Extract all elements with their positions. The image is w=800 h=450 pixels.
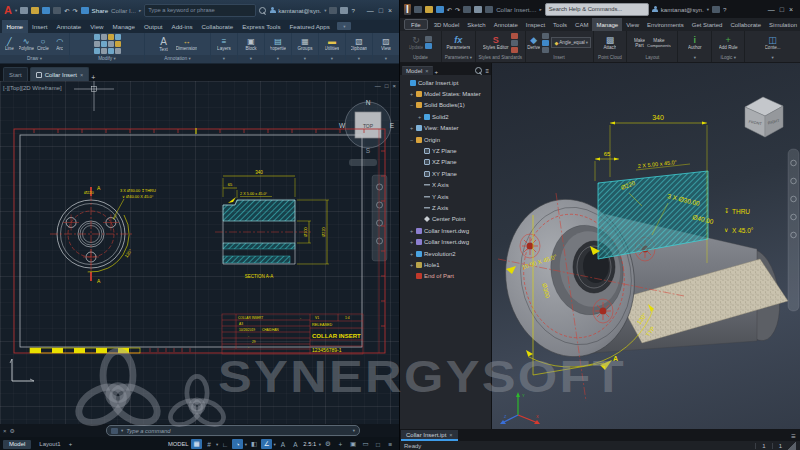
annotation-scale[interactable]: 2.5:1 [302,441,317,447]
tab-cam[interactable]: CAM [571,18,592,31]
tree-item[interactable]: +Collar Insert.dwg [400,236,491,247]
viewcube-w[interactable]: W [339,122,346,129]
tab-annotate[interactable]: Annotate [490,18,522,31]
panel-author-caret[interactable]: ▾ [678,54,711,62]
scale-caret-icon[interactable]: ▾ [319,442,321,447]
user-caret-icon[interactable]: ▾ [324,8,326,13]
maximize-button[interactable]: □ [379,7,383,14]
tree-item[interactable]: −Solid Bodies(1) [400,100,491,111]
navigation-bar-3d[interactable] [788,149,799,311]
attach-button[interactable]: ▩Attach [603,35,616,50]
undo-icon[interactable]: ↶ [64,7,69,14]
panel-styles-label[interactable]: Styles and Standards [476,54,525,62]
rebuild-all-icon[interactable] [425,36,432,42]
polar-toggle[interactable]: ◔ [232,439,243,449]
open-file-icon[interactable] [31,7,39,14]
tab-express-tools[interactable]: Express Tools [238,20,285,33]
redo-icon[interactable]: ↷ [72,7,77,14]
new-file-icon[interactable] [20,7,28,14]
tab-annotate[interactable]: Annotate [52,20,86,33]
tree-item[interactable]: +Solid2 [400,111,491,122]
file-tab-collar-insert[interactable]: Collar Insert × [30,67,90,81]
viewcube-s[interactable]: S [366,147,371,154]
print-icon[interactable] [463,6,471,13]
derive-button[interactable]: ◆Derive [527,35,540,50]
panel-draw-label[interactable]: Draw ▾ [0,55,69,63]
tree-item[interactable]: +Collar Insert.dwg [400,225,491,236]
search-input[interactable]: Search Help & Commands... [545,3,649,16]
panel-parameters-label[interactable]: Parameters ▾ [442,54,475,62]
graphics-performance-icon[interactable]: ▭ [360,439,371,449]
annotation-monitor-toggle[interactable]: + [335,439,346,449]
tree-item[interactable]: End of Part [400,271,491,282]
tab-simulation[interactable]: Simulation [765,18,800,31]
minimize-button[interactable]: — [768,6,775,13]
model-tab[interactable]: Model [3,440,31,449]
close-button[interactable]: × [388,7,392,14]
command-input[interactable]: ▾ Type a command ▾ [106,425,360,436]
panel-content-caret[interactable]: ▾ [745,54,800,62]
osnap-toggle[interactable]: ∠ [261,439,272,449]
maximize-button[interactable]: □ [780,6,784,13]
tab-tools[interactable]: Tools [549,18,571,31]
iproperty-dropdown[interactable]: ◆ Angle_equal ▾ [551,37,591,48]
panel-properties-caret[interactable]: ▾ [265,55,291,63]
view-button[interactable]: ▨View [378,37,394,51]
ribbon-collapse-button[interactable]: ▾ [337,22,351,30]
tree-item[interactable]: −Origin [400,134,491,145]
purge-styles-icon[interactable] [511,47,518,53]
viewport-close-icon[interactable]: × [392,83,396,89]
tree-item[interactable]: XY Plane [400,168,491,179]
tree-item[interactable]: YZ Plane [400,145,491,156]
doc-caret-icon[interactable]: ▸ [139,8,141,13]
block-button[interactable]: ▣Block [243,37,259,51]
inventor-logo[interactable]: I [404,4,411,15]
import-icon[interactable] [542,40,549,46]
content-center-button[interactable]: ◫Conte... [765,35,781,50]
update-mass-icon[interactable] [425,43,432,49]
tab-sketch[interactable]: Sketch [463,18,489,31]
share-button[interactable]: Share [92,7,109,14]
panel-layers-caret[interactable]: ▾ [211,55,237,63]
search-icon[interactable] [259,7,266,14]
search-input[interactable]: Type a keyword or phrase [144,4,256,17]
close-button[interactable]: × [789,6,793,13]
panel-modify-label[interactable]: Modify ▾ [70,55,144,63]
viewcube-home-bar[interactable] [349,159,377,166]
file-tab-start[interactable]: Start [3,67,28,81]
tab-collaborate[interactable]: Collaborate [726,18,765,31]
snap-toggle[interactable]: # [204,439,215,449]
modify-tools-grid[interactable] [94,34,121,54]
clipboard-button[interactable]: ▧Clipboard [351,37,367,51]
tree-item[interactable]: +Revolution2 [400,248,491,259]
tab-manage[interactable]: Manage [108,20,139,33]
viewcube-top-label[interactable]: TOP [363,123,374,129]
clean-screen-icon[interactable]: □ [373,439,384,449]
add-rule-button[interactable]: +Add Rule [719,35,738,50]
tree-item[interactable]: XZ Plane [400,157,491,168]
inventor-viewport[interactable]: 340 65 2 X 5.00 x 45.0° Ø220 3 X Ø30.00 … [492,63,800,429]
parameters-button[interactable]: fxParameters [446,35,470,50]
plot-icon[interactable] [53,7,61,14]
tree-item[interactable]: Y Axis [400,191,491,202]
new-file-icon[interactable] [414,6,422,13]
user-caret-icon[interactable]: ▾ [707,7,709,12]
tree-item[interactable]: +View: Master [400,123,491,134]
tree-item[interactable]: Z Axis [400,202,491,213]
minimize-button[interactable]: — [367,7,374,14]
user-account[interactable]: kamtanat@syn... [652,6,704,13]
units-icon[interactable]: ▣ [348,439,359,449]
autocad-logo[interactable]: A [4,5,12,16]
cmd-close-icon[interactable]: × [3,428,7,434]
insert-object-icon[interactable] [542,33,549,39]
panel-block-caret[interactable]: ▾ [238,55,264,63]
panel-ilogic-label[interactable]: iLogic ▾ [712,54,744,62]
tab-view[interactable]: View [622,18,643,31]
tab-insert[interactable]: Insert [28,20,52,33]
osnap-caret-icon[interactable]: ▾ [274,442,276,447]
update-styles-icon[interactable] [511,40,518,46]
app-menu-caret-icon[interactable]: ▾ [15,8,17,13]
tab-environments[interactable]: Environments [643,18,688,31]
tab-featured-apps[interactable]: Featured Apps [285,20,334,33]
tab-get-started[interactable]: Get Started [688,18,727,31]
